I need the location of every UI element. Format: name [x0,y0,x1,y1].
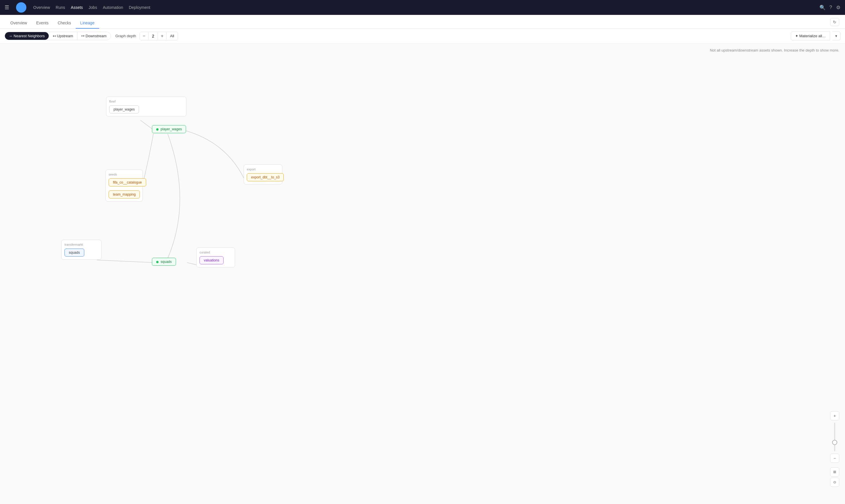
fbref-group-label: fbref [109,100,183,103]
squads-node-1[interactable]: squads [65,249,84,256]
seeds-group-label: seeds [109,173,140,176]
squads-node-mid[interactable]: squads [152,258,176,266]
export-group: export export_dbt__to_s3 [244,164,282,184]
notice-text: Not all upstream/downstream assets shown… [710,48,839,52]
logo [16,2,27,13]
nav-automation[interactable]: Automation [103,5,123,10]
view-mode-group: ↔ Nearest Neighbors ↤ Upstream ↦ Downstr… [4,32,111,40]
export-group-label: export [247,167,279,171]
sub-nav-right: ↻ [830,18,839,28]
nav-jobs[interactable]: Jobs [89,5,97,10]
player-wages-node-mid[interactable]: player_wages [152,125,186,133]
settings-icon[interactable]: ⚙ [836,4,841,11]
transfermarkt-group: transfermarkt squads [61,240,102,260]
materialize-all-button[interactable]: ✦ Materialize all… [791,32,830,40]
tab-lineage[interactable]: Lineage [76,18,99,29]
depth-increase-button[interactable]: + [158,32,166,40]
svg-line-2 [97,260,155,263]
upstream-button[interactable]: ↤ Upstream [49,32,77,40]
nav-deployment[interactable]: Deployment [129,5,150,10]
team-mapping-node[interactable]: team_mapping [109,191,140,198]
depth-value: 2 [148,32,158,40]
search-icon[interactable]: 🔍 [820,4,826,11]
zoom-slider-track [834,423,835,451]
depth-all-button[interactable]: All [166,32,177,39]
tab-checks[interactable]: Checks [53,18,76,29]
seeds-group: seeds fifa_co__catalogue team_mapping [105,169,143,202]
fit-view-button[interactable]: ⊞ [830,467,839,476]
zoom-slider-thumb[interactable] [832,440,837,445]
zoom-settings-button[interactable]: ⊙ [830,478,839,487]
zoom-controls: + − ⊞ ⊙ [830,411,839,487]
nav-right: 🔍 ? ⚙ [820,4,841,11]
nav-links: Overview Runs Assets Jobs Automation Dep… [33,5,813,10]
zoom-in-button[interactable]: + [830,411,839,420]
top-nav: ☰ Overview Runs Assets Jobs Automation D… [0,0,845,15]
lineage-canvas: Not all upstream/downstream assets shown… [0,43,845,504]
tab-events[interactable]: Events [32,18,53,29]
nav-runs[interactable]: Runs [56,5,65,10]
refresh-button[interactable]: ↻ [830,18,839,26]
nav-overview[interactable]: Overview [33,5,50,10]
tab-overview[interactable]: Overview [6,18,32,29]
graph-depth-label: Graph depth [116,34,136,38]
downstream-button[interactable]: ↦ Downstream [77,32,111,40]
fifa-co-catalogue-node[interactable]: fifa_co__catalogue [109,178,146,186]
transfermarkt-group-label: transfermarkt [65,243,98,246]
materialize-dropdown-button[interactable]: ▾ [832,32,841,40]
valuations-node[interactable]: valuations [200,256,224,264]
nearest-neighbors-button[interactable]: ↔ Nearest Neighbors [5,32,49,40]
nav-assets[interactable]: Assets [71,5,83,10]
sub-nav-tabs: Overview Events Checks Lineage [6,18,99,28]
depth-decrease-button[interactable]: − [140,32,148,40]
fbref-group: fbref player_wages [106,96,186,116]
toolbar: ↔ Nearest Neighbors ↤ Upstream ↦ Downstr… [0,29,845,43]
curated-group: curated valuations [196,248,235,268]
export-dbt-to-s3-node[interactable]: export_dbt__to_s3 [247,173,284,181]
curated-group-label: curated [200,251,232,254]
help-icon[interactable]: ? [829,4,832,10]
hamburger-menu[interactable]: ☰ [4,4,9,11]
player-wages-node-1[interactable]: player_wages [109,105,139,113]
sub-nav: Overview Events Checks Lineage ↻ [0,15,845,29]
zoom-out-button[interactable]: − [830,454,839,463]
depth-control: − 2 + All [140,32,178,40]
